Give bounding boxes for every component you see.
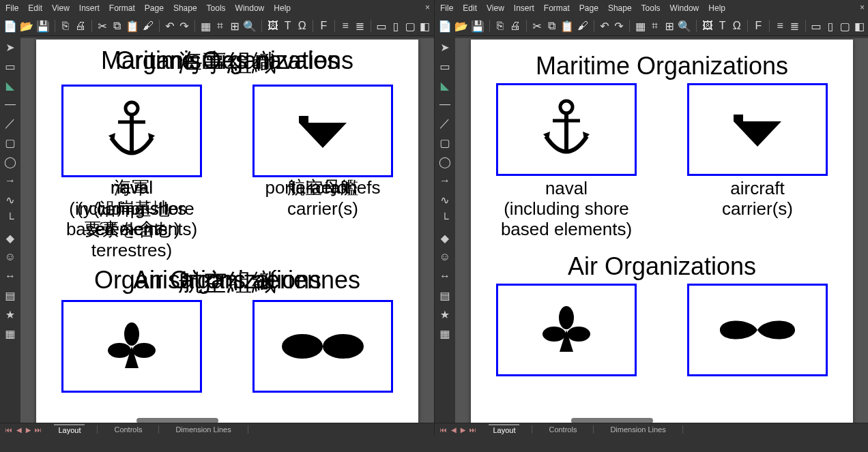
align-left-icon[interactable]: ≡	[775, 20, 785, 32]
tab-layout[interactable]: Layout	[489, 424, 519, 435]
carrier-symbol-box[interactable]	[252, 85, 393, 177]
line-color-icon[interactable]: —	[3, 97, 18, 112]
line-icon[interactable]: ／	[3, 116, 18, 131]
connector-icon[interactable]: └	[437, 211, 452, 226]
rect-outline-icon[interactable]: ▢	[3, 135, 18, 150]
export-pdf-icon[interactable]: ⎘	[61, 20, 71, 32]
menu-view[interactable]: View	[487, 3, 504, 13]
textbox-icon[interactable]: T	[283, 20, 293, 32]
tab-dimension[interactable]: Dimension Lines	[606, 425, 669, 434]
callout-icon[interactable]: ▤	[437, 288, 452, 303]
curve-icon[interactable]: ∿	[3, 192, 18, 207]
tab-layout[interactable]: Layout	[54, 424, 85, 435]
next-page-icon[interactable]: ▶	[461, 426, 466, 434]
menu-file[interactable]: File	[5, 3, 18, 13]
naval-symbol-box[interactable]	[496, 83, 637, 176]
propeller-symbol-box[interactable]	[687, 284, 828, 376]
symbol-icon[interactable]: ☺	[437, 250, 452, 265]
align-center-icon[interactable]: ≣	[790, 20, 800, 32]
select-icon[interactable]: ➤	[3, 40, 18, 55]
menu-window[interactable]: Window	[670, 3, 699, 13]
textbox-icon[interactable]: T	[717, 20, 727, 32]
arrow-icon[interactable]: →	[3, 173, 18, 188]
naval-symbol-box[interactable]	[61, 85, 202, 177]
canvas-left[interactable]: 海事組織 Organismes navales Maritime Organiz…	[20, 38, 434, 423]
3d-object-icon[interactable]: ▦	[3, 326, 18, 341]
undo-icon[interactable]: ↶	[164, 20, 175, 32]
3d-object-icon[interactable]: ▦	[437, 326, 452, 341]
image-icon[interactable]: 🖼	[702, 20, 713, 32]
first-page-icon[interactable]: ⏮	[5, 426, 12, 434]
arrow-icon[interactable]: →	[437, 173, 452, 188]
export-pdf-icon[interactable]: ⎘	[495, 20, 506, 32]
paint-bucket-icon[interactable]: ◣	[437, 78, 452, 93]
clone-format-icon[interactable]: 🖌	[143, 20, 154, 32]
canvas-right[interactable]: Maritime Organizations	[455, 38, 868, 423]
fontwork-icon[interactable]: F	[753, 20, 764, 32]
tab-dimension[interactable]: Dimension Lines	[171, 425, 235, 434]
tab-controls[interactable]: Controls	[110, 425, 146, 434]
arrange-back-icon[interactable]: ▯	[391, 20, 401, 32]
star-icon[interactable]: ★	[437, 307, 452, 322]
menu-window[interactable]: Window	[235, 3, 265, 13]
page-nav-arrows[interactable]: ⏮ ◀ ▶ ⏭	[5, 426, 42, 434]
next-page-icon[interactable]: ▶	[26, 426, 31, 434]
new-doc-icon[interactable]: 📄	[4, 20, 16, 32]
zoom-icon[interactable]: 🔍	[678, 20, 691, 32]
grid-icon[interactable]: ▦	[635, 20, 646, 32]
prev-page-icon[interactable]: ◀	[16, 426, 22, 434]
open-icon[interactable]: 📂	[455, 20, 467, 32]
3d-icon[interactable]: ◧	[420, 20, 430, 32]
helplines-icon[interactable]: ⊞	[229, 20, 240, 32]
menu-tools[interactable]: Tools	[207, 3, 226, 13]
select-icon[interactable]: ➤	[437, 40, 452, 55]
close-button-left[interactable]: ×	[425, 3, 430, 12]
double-arrow-icon[interactable]: ↔	[3, 269, 18, 284]
align-left-icon[interactable]: ≡	[341, 20, 351, 32]
paint-bucket-icon[interactable]: ◣	[3, 78, 18, 93]
arrange-front-icon[interactable]: ▭	[811, 20, 822, 32]
line-icon[interactable]: ／	[437, 116, 452, 131]
menu-tools[interactable]: Tools	[641, 3, 661, 13]
line-color-icon[interactable]: —	[437, 97, 452, 112]
menu-insert[interactable]: Insert	[79, 3, 100, 13]
rect-outline-icon[interactable]: ▢	[437, 135, 452, 150]
menu-help[interactable]: Help	[708, 3, 725, 13]
rectangle-icon[interactable]: ▭	[437, 59, 452, 74]
copy-icon[interactable]: ⧉	[547, 20, 557, 32]
basic-shapes-icon[interactable]: ◆	[437, 230, 452, 245]
fontwork-icon[interactable]: F	[319, 20, 329, 32]
clone-format-icon[interactable]: 🖌	[577, 20, 588, 32]
copy-icon[interactable]: ⧉	[112, 20, 122, 32]
carrier-symbol-box[interactable]	[687, 83, 828, 176]
menu-insert[interactable]: Insert	[514, 3, 534, 13]
last-page-icon[interactable]: ⏭	[469, 426, 476, 434]
zoom-icon[interactable]: 🔍	[244, 20, 256, 32]
cut-icon[interactable]: ✂	[532, 20, 542, 32]
snap-icon[interactable]: ⌗	[650, 20, 660, 32]
menu-page[interactable]: Page	[579, 3, 598, 13]
redo-icon[interactable]: ↷	[179, 20, 189, 32]
basic-shapes-icon[interactable]: ◆	[3, 230, 18, 245]
connector-icon[interactable]: └	[3, 211, 18, 226]
special-char-icon[interactable]: Ω	[297, 20, 307, 32]
propeller-symbol-box[interactable]	[252, 300, 393, 393]
shadow-icon[interactable]: ▢	[840, 20, 850, 32]
last-page-icon[interactable]: ⏭	[35, 426, 42, 434]
print-icon[interactable]: 🖨	[75, 20, 86, 32]
save-icon[interactable]: 💾	[472, 20, 484, 32]
star-icon[interactable]: ★	[3, 307, 18, 322]
tab-controls[interactable]: Controls	[545, 425, 581, 434]
page-nav-arrows[interactable]: ⏮ ◀ ▶ ⏭	[440, 426, 476, 434]
helplines-icon[interactable]: ⊞	[664, 20, 674, 32]
save-icon[interactable]: 💾	[37, 20, 49, 32]
cut-icon[interactable]: ✂	[98, 20, 108, 32]
close-button-right[interactable]: ×	[860, 3, 865, 12]
paste-icon[interactable]: 📋	[561, 20, 573, 32]
menu-format[interactable]: Format	[109, 3, 135, 13]
first-page-icon[interactable]: ⏮	[440, 426, 447, 434]
print-icon[interactable]: 🖨	[510, 20, 521, 32]
menu-shape[interactable]: Shape	[173, 3, 197, 13]
prev-page-icon[interactable]: ◀	[451, 426, 457, 434]
menu-page[interactable]: Page	[145, 3, 164, 13]
